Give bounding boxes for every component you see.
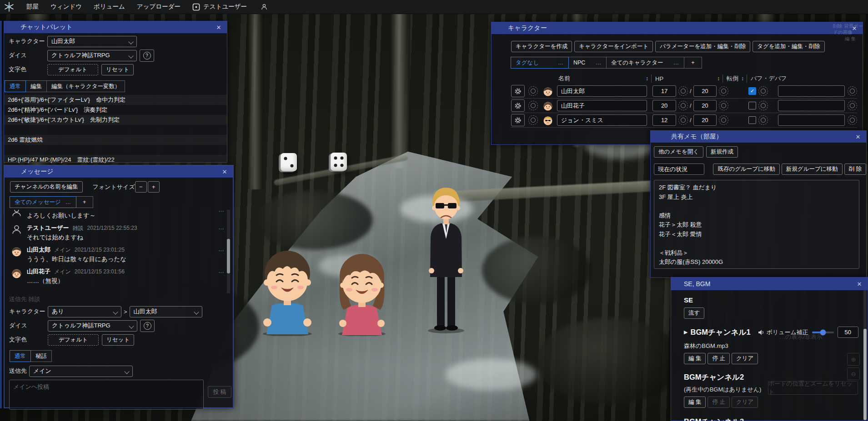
visibility-icon[interactable] <box>678 86 688 96</box>
audio-scrollbar[interactable] <box>863 290 867 420</box>
visibility-icon[interactable] <box>758 86 768 96</box>
bgm1-edit-button[interactable]: 編 集 <box>684 353 706 364</box>
tab-menu-icon[interactable]: … <box>558 59 564 66</box>
se-play-button[interactable]: 流す <box>684 307 704 319</box>
token-man-in-suit[interactable] <box>421 182 472 334</box>
buff-field[interactable] <box>778 114 845 126</box>
bgm1-stop-button[interactable]: 停 止 <box>707 353 729 364</box>
message-menu-icon[interactable]: … <box>218 267 225 285</box>
fallen-checkbox[interactable] <box>748 116 756 124</box>
tab-normal[interactable]: 通常 <box>5 80 26 92</box>
menu-uploader[interactable]: アップローダー <box>137 3 181 11</box>
settings-button[interactable] <box>511 99 525 112</box>
tab-edit-variables[interactable]: 編集（キャラクター変数） <box>46 80 125 92</box>
default-color-button[interactable]: デフォルト <box>48 334 99 346</box>
memo-name-field[interactable]: 現在の状況 <box>654 163 704 175</box>
tab-npc[interactable]: NPC… <box>568 57 607 69</box>
visibility-icon[interactable] <box>719 86 728 96</box>
hp-max-field[interactable]: 20 <box>693 100 717 111</box>
dice-token[interactable] <box>331 153 347 171</box>
tab-menu-icon[interactable]: … <box>65 199 71 205</box>
palette-line[interactable] <box>4 125 227 135</box>
visibility-icon[interactable] <box>719 101 728 110</box>
settings-button[interactable] <box>511 85 525 97</box>
sort-icon[interactable] <box>741 75 744 82</box>
fallen-checkbox[interactable] <box>748 102 756 109</box>
dice-system-select[interactable]: クトゥルフ神話TRPG <box>48 320 137 332</box>
destination-select[interactable]: メイン <box>29 366 133 377</box>
edit-tags-button[interactable]: タグを追加・編集・削除 <box>753 41 824 52</box>
bgm2-edit-button[interactable]: 編 集 <box>684 396 706 408</box>
font-size-increase-button[interactable]: + <box>148 181 160 193</box>
message-menu-icon[interactable]: … <box>218 224 225 242</box>
visibility-icon[interactable] <box>848 101 857 110</box>
tab-all-characters[interactable]: 全てのキャラクター… <box>606 57 684 69</box>
reset-color-button[interactable]: リセット <box>101 64 134 75</box>
hp-current-field[interactable]: 17 <box>652 85 676 97</box>
visibility-icon[interactable] <box>528 115 538 125</box>
visibility-icon[interactable] <box>678 101 688 110</box>
token-boy[interactable] <box>251 245 324 336</box>
tab-all-messages[interactable]: 全てのメッセージ… <box>10 196 76 208</box>
expand-triangle-icon[interactable]: ▶ <box>684 329 687 335</box>
close-icon[interactable] <box>854 134 862 140</box>
dice-help-button[interactable]: ? <box>140 320 155 332</box>
hp-current-field[interactable]: 12 <box>652 114 676 126</box>
visibility-icon[interactable] <box>719 115 728 125</box>
move-to-existing-group-button[interactable]: 既存のグループに移動 <box>713 163 779 175</box>
bgm1-clear-button[interactable]: クリア <box>732 353 758 364</box>
visibility-icon[interactable] <box>758 101 768 110</box>
tab-menu-icon[interactable]: … <box>596 59 602 66</box>
hp-max-field[interactable]: 20 <box>693 114 717 126</box>
tab-edit[interactable]: 編集 <box>25 80 47 92</box>
edit-parameters-button[interactable]: パラメーターを追加・編集・削除 <box>655 41 750 52</box>
palette-line[interactable]: HP:{HP}/47 MP:{MP}/24 霊紋:{霊紋}/22 <box>4 155 227 165</box>
buff-field[interactable] <box>778 85 845 97</box>
dice-system-select[interactable]: クトゥルフ神話TRPG <box>47 50 137 61</box>
volume-value-field[interactable]: 50 <box>838 327 858 338</box>
palette-line[interactable]: 2d6+{'器用'}/6+{'ファイターLv'} 命中力判定 <box>4 95 227 105</box>
column-fallen[interactable]: 転倒 <box>727 74 738 83</box>
visibility-icon[interactable] <box>848 115 857 125</box>
visibility-icon[interactable] <box>678 115 688 125</box>
chat-input[interactable] <box>9 380 204 410</box>
chat-palette-header[interactable]: チャットパレット <box>4 21 227 33</box>
create-character-button[interactable]: キャラクターを作成 <box>511 41 572 52</box>
visibility-icon[interactable] <box>758 115 768 125</box>
memo-header[interactable]: 共有メモ（部屋） <box>651 131 866 143</box>
move-to-new-group-button[interactable]: 新規グループに移動 <box>782 163 843 175</box>
post-button[interactable]: 投 稿 <box>208 386 231 398</box>
audio-header[interactable]: SE, BGM <box>671 277 868 290</box>
settings-button[interactable] <box>511 114 525 126</box>
visibility-icon[interactable] <box>848 86 857 96</box>
menu-volume[interactable]: ボリューム <box>94 3 125 11</box>
tab-normal[interactable]: 通常 <box>10 350 31 362</box>
character-select[interactable]: 山田太郎 <box>47 36 137 47</box>
tab-no-tag[interactable]: タグなし… <box>511 57 569 69</box>
name-field[interactable]: ジョン・スミス <box>557 114 647 126</box>
speaking-character-select[interactable]: 山田太郎 <box>130 306 202 317</box>
message-list[interactable]: よろしくお願いします～ … テストユーザー雑談2021/12/15 22:55:… <box>5 210 233 293</box>
column-name[interactable]: 名前 <box>558 74 643 83</box>
reset-color-button[interactable]: リセット <box>102 334 134 346</box>
font-size-decrease-button[interactable]: − <box>135 181 147 193</box>
menu-room[interactable]: 部屋 <box>26 3 39 11</box>
dice-help-button[interactable]: ? <box>140 50 154 62</box>
memo-body[interactable]: 2F 図書室？ 血だまり 3F 屋上 炎上 感情 花子＞太郎 殺意 花子＜太郎 … <box>654 180 859 269</box>
hp-current-field[interactable]: 20 <box>652 100 676 111</box>
tab-secret[interactable]: 秘話 <box>30 350 52 362</box>
message-menu-icon[interactable]: … <box>218 246 225 263</box>
tab-menu-icon[interactable]: … <box>673 59 679 66</box>
palette-line[interactable]: 2d6+{'精神'}/6+{'バードLv'} 演奏判定 <box>4 105 227 115</box>
palette-line[interactable]: 2d6 霊紋燃焼 <box>4 135 227 145</box>
message-scrollbar[interactable] <box>227 210 230 293</box>
visibility-icon[interactable] <box>528 101 538 110</box>
default-color-button[interactable]: デフォルト <box>47 64 98 75</box>
messages-header[interactable]: メッセージ <box>5 166 233 178</box>
ghost-board-reset-button[interactable]: ボードの位置とズームをリセット <box>768 381 858 395</box>
fallen-checkbox[interactable] <box>748 87 756 95</box>
name-field[interactable]: 山田花子 <box>557 100 647 111</box>
bgm2-stop-button[interactable]: 停 止 <box>707 396 729 408</box>
edit-channel-name-button[interactable]: チャンネルの名前を編集 <box>10 181 83 193</box>
delete-memo-button[interactable]: 削 除 <box>844 163 866 175</box>
